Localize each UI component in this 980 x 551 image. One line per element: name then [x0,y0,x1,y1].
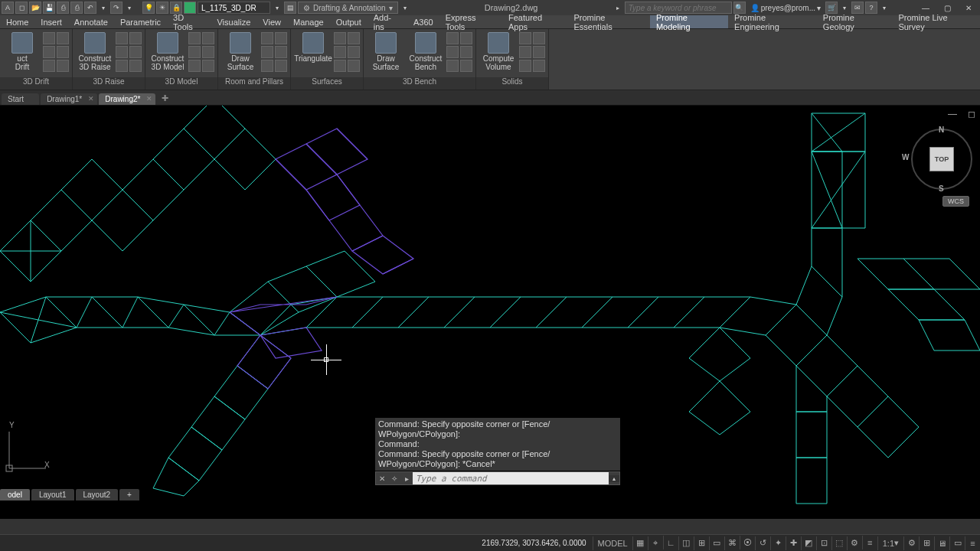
ribbon-small-button[interactable] [57,32,69,44]
ribbon-small-button[interactable] [519,46,531,58]
ribbon-tab-promine-live-survey[interactable]: Promine Live Survey [892,15,980,28]
command-recent-icon[interactable]: ▴ [609,475,619,482]
viewcube-n[interactable]: N [939,126,944,134]
layer-dropdown-icon[interactable]: ▾ [272,2,283,14]
ribbon-tab-add-ins[interactable]: Add-ins [368,15,407,28]
status-toggle[interactable]: ◩ [801,536,816,550]
file-tab[interactable]: Start [2,93,39,105]
command-customize-icon[interactable]: ✧ [388,474,400,483]
ribbon-small-button[interactable] [446,46,459,58]
ribbon-small-button[interactable] [348,32,360,44]
annotation-scale[interactable]: 1:1 ▾ [877,536,903,550]
ribbon-button[interactable]: ComputeVolume [479,31,518,71]
ribbon-small-button[interactable] [533,60,545,72]
ribbon-button[interactable]: Construct3D Model [149,31,187,71]
viewport[interactable]: Y X — ◻ N S W TOP WCS Command: Specify o… [0,106,980,519]
status-toggle[interactable]: ✚ [786,536,801,550]
ribbon-small-button[interactable] [446,32,459,44]
command-close-icon[interactable]: ✕ [376,474,388,483]
open-icon[interactable]: 📂 [29,2,41,14]
coordinates-readout[interactable]: 2169.7329, 3073.6426, 0.0000 [475,539,592,547]
app-menu-icon[interactable]: A [2,2,14,14]
status-toggle[interactable]: ∟ [663,536,678,549]
save-icon[interactable]: 💾 [43,2,55,14]
viewport-minimize-icon[interactable]: — [948,109,957,119]
layout-tab[interactable]: Layout2 [76,489,119,500]
ribbon-tab-promine-modeling[interactable]: Promine Modeling [650,15,728,28]
layer-combo[interactable] [198,2,270,14]
ribbon-small-button[interactable] [188,32,201,44]
ribbon-small-button[interactable] [43,60,55,72]
redo-dropdown-icon[interactable]: ▾ [124,2,135,14]
status-toggle[interactable]: ▦ [632,536,648,550]
ribbon-small-button[interactable] [129,32,142,44]
status-customize-icon[interactable]: ≡ [965,536,980,550]
ribbon-small-button[interactable] [460,60,472,72]
ribbon-tab-express-tools[interactable]: Express Tools [439,15,502,28]
model-space-toggle[interactable]: MODEL [593,536,632,550]
ribbon-small-button[interactable] [57,60,69,72]
status-toggle[interactable]: ⊞ [694,536,709,550]
viewcube-face[interactable]: TOP [929,147,954,171]
ribbon-small-button[interactable] [202,32,214,44]
status-monitor-icon[interactable]: 🖥 [934,536,949,550]
status-toggle[interactable]: ≡ [862,536,877,549]
ribbon-button[interactable]: Construct3D Raise [76,31,114,71]
status-toggle[interactable]: ⌘ [724,536,740,550]
ribbon-button[interactable]: Triangulate [294,31,332,63]
close-icon[interactable]: ✕ [146,95,152,103]
ribbon-small-button[interactable] [334,46,346,58]
viewcube-s[interactable]: S [939,184,944,193]
status-toggle[interactable]: ⌖ [648,536,663,550]
ribbon-tab-manage[interactable]: Manage [287,15,330,28]
ribbon-small-button[interactable] [519,60,531,72]
ribbon-small-button[interactable] [334,60,346,72]
status-toggle[interactable]: ⦿ [740,536,755,549]
status-toggle[interactable]: ▭ [709,536,724,550]
ribbon-small-button[interactable] [116,32,128,44]
layout-tab[interactable]: Layout1 [31,489,74,500]
ribbon-tab-annotate[interactable]: Annotate [68,15,114,28]
ribbon-tab-insert[interactable]: Insert [34,15,68,28]
ribbon-small-button[interactable] [43,46,55,58]
bulb-icon[interactable]: 💡 [142,2,155,14]
ribbon-tab-promine-engineering[interactable]: Promine Engineering [728,15,817,28]
add-layout-button[interactable]: + [119,489,139,500]
plot-icon[interactable]: ⎙ [70,2,83,14]
status-toggle[interactable]: ⬚ [831,536,847,550]
status-toggle[interactable]: ⚙ [847,536,862,550]
command-input[interactable] [413,472,609,484]
layer-props-icon[interactable]: ▤ [284,2,296,14]
ribbon-tab-a360[interactable]: A360 [407,15,439,28]
ribbon-small-button[interactable] [261,46,273,58]
ribbon-small-button[interactable] [348,46,360,58]
ribbon-small-button[interactable] [275,32,287,44]
ribbon-small-button[interactable] [129,46,142,58]
ribbon-tab-featured-apps[interactable]: Featured Apps [502,15,568,28]
new-tab-button[interactable]: ✚ [157,92,173,105]
status-toggle[interactable]: ✦ [770,536,786,550]
status-clean-icon[interactable]: ▭ [949,536,965,550]
ribbon-small-button[interactable] [348,60,360,72]
status-workspace-icon[interactable]: ⊞ [919,536,934,550]
ribbon-tab-view[interactable]: View [256,15,287,28]
ribbon-small-button[interactable] [188,60,201,72]
ribbon-button[interactable]: uctDrift [3,31,41,71]
viewcube[interactable]: N S W TOP [911,129,972,190]
viewport-restore-icon[interactable]: ◻ [968,109,975,119]
ribbon-small-button[interactable] [57,46,69,58]
ribbon-small-button[interactable] [446,60,459,72]
ribbon-tab-parametric[interactable]: Parametric [114,15,167,28]
viewcube-w[interactable]: W [902,153,909,161]
ribbon-small-button[interactable] [460,32,472,44]
ribbon-small-button[interactable] [519,32,531,44]
file-tab[interactable]: Drawing1*✕ [41,93,97,105]
ribbon-tab-home[interactable]: Home [0,15,34,28]
ribbon-tab-3d-tools[interactable]: 3D Tools [167,15,211,28]
ribbon-small-button[interactable] [202,60,214,72]
ribbon-small-button[interactable] [261,32,273,44]
ribbon-small-button[interactable] [116,60,128,72]
status-toggle[interactable]: ◫ [678,536,694,550]
undo-dropdown-icon[interactable]: ▾ [98,2,109,14]
ribbon-tab-promine-essentials[interactable]: Promine Essentials [568,15,650,28]
